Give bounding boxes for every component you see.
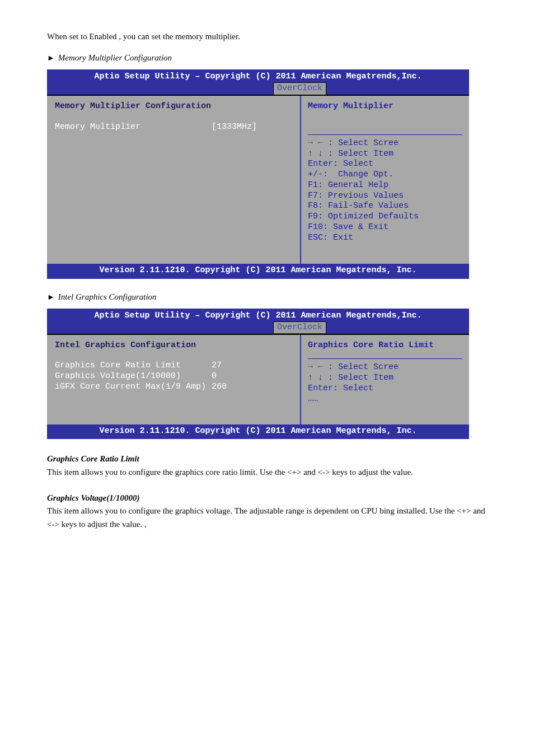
key-hint-select-screen: → ← : Select Scree: [308, 138, 462, 149]
bios-title-bar: Aptio Setup Utility – Copyright (C) 2011…: [47, 309, 469, 321]
bios-help-divider: [308, 134, 462, 135]
key-hint-f7: F7: Previous Values: [308, 191, 462, 202]
bios-tab-overclock[interactable]: OverClock: [273, 321, 326, 334]
key-hint-select-item: ↑ ↓ : Select Item: [308, 149, 462, 160]
key-hint-change-opt: +/-: Change Opt.: [308, 170, 462, 180]
bios-left-panel: Intel Graphics Configuration Graphics Co…: [47, 335, 301, 424]
key-hint-select-screen: → ← : Select Scree: [308, 362, 462, 373]
triangle-right-icon: ►: [47, 292, 56, 301]
bios-help-panel: Graphics Core Ratio Limit → ← : Select S…: [301, 335, 469, 424]
bios-section-title: Intel Graphics Configuration: [55, 340, 292, 351]
body-heading-graphics-voltage: Graphics Voltage(1/10000): [47, 492, 487, 505]
bios-title-bar: Aptio Setup Utility – Copyright (C) 2011…: [47, 69, 469, 82]
body-heading-graphics-core-ratio: Graphics Core Ratio Limit: [47, 452, 487, 465]
bios-option-label: iGFX Core Current Max(1/9 Amp): [55, 382, 212, 393]
heading-text: Memory Multiplier Configuration: [58, 53, 172, 62]
body-text-graphics-voltage: This item allows you to configure the gr…: [47, 505, 487, 531]
bios-help-title: Graphics Core Ratio Limit: [308, 340, 462, 351]
bios-option-igfx-current-max[interactable]: iGFX Core Current Max(1/9 Amp) 260: [55, 382, 292, 393]
key-hint-more: ……: [308, 394, 462, 405]
bios-option-graphics-core-ratio[interactable]: Graphics Core Ratio Limit 27: [55, 361, 292, 371]
bios-tab-row: OverClock: [47, 321, 469, 334]
intro-text: When set to Enabled , you can set the me…: [47, 30, 487, 43]
triangle-right-icon: ►: [47, 53, 56, 62]
bios-screenshot-memory-multiplier: Aptio Setup Utility – Copyright (C) 2011…: [47, 69, 469, 279]
bios-tab-row: OverClock: [47, 82, 469, 95]
heading-memory-multiplier-config: ► Memory Multiplier Configuration: [47, 53, 487, 63]
bios-footer: Version 2.11.1210. Copyright (C) 2011 Am…: [47, 264, 469, 279]
key-hint-esc: ESC: Exit: [308, 233, 462, 244]
bios-option-memory-multiplier[interactable]: Memory Multiplier [1333MHz]: [55, 122, 292, 133]
key-hint-f10: F10: Save & Exit: [308, 222, 462, 233]
key-hint-f8: F8: Fail-Safe Values: [308, 201, 462, 212]
bios-option-value: 27: [212, 361, 292, 371]
heading-intel-graphics-config: ► Intel Graphics Configuration: [47, 292, 487, 302]
bios-option-label: Memory Multiplier: [55, 122, 212, 133]
bios-tab-overclock[interactable]: OverClock: [273, 82, 326, 95]
key-hint-f1: F1: General Help: [308, 180, 462, 191]
key-hint-enter: Enter: Select: [308, 384, 462, 394]
key-hint-select-item: ↑ ↓ : Select Item: [308, 373, 462, 384]
bios-left-panel: Memory Multiplier Configuration Memory M…: [47, 96, 301, 264]
bios-help-panel: Memory Multiplier → ← : Select Scree ↑ ↓…: [301, 96, 469, 264]
bios-help-title: Memory Multiplier: [308, 101, 462, 112]
bios-footer: Version 2.11.1210. Copyright (C) 2011 Am…: [47, 424, 469, 440]
bios-section-title: Memory Multiplier Configuration: [55, 101, 292, 112]
heading-text: Intel Graphics Configuration: [58, 292, 157, 301]
bios-option-label: Graphics Voltage(1/10000): [55, 371, 212, 382]
key-hint-enter: Enter: Select: [308, 159, 462, 170]
bios-screenshot-intel-graphics: Aptio Setup Utility – Copyright (C) 2011…: [47, 309, 469, 440]
body-text-graphics-core-ratio: This item allows you to configure the gr…: [47, 466, 487, 479]
bios-option-graphics-voltage[interactable]: Graphics Voltage(1/10000) 0: [55, 371, 292, 382]
bios-help-divider: [308, 358, 462, 359]
bios-option-label: Graphics Core Ratio Limit: [55, 361, 212, 371]
bios-option-value: 0: [212, 371, 292, 382]
bios-option-value: 260: [212, 382, 292, 393]
key-hint-f9: F9: Optimized Defaults: [308, 212, 462, 222]
bios-option-value: [1333MHz]: [212, 122, 292, 133]
